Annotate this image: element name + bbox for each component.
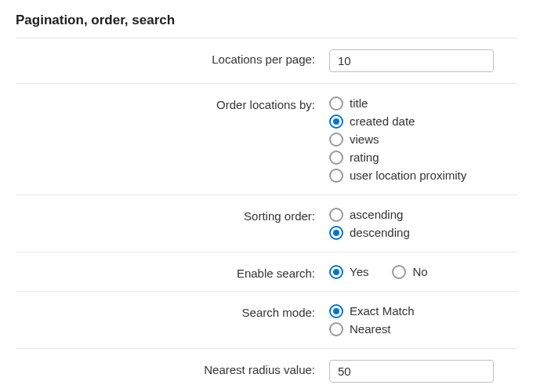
field-locations-per-page: Locations per page: [16, 38, 517, 83]
order-by-rating[interactable]: rating [329, 149, 517, 165]
search-mode-label: Search mode: [16, 303, 329, 319]
sorting-descending[interactable]: descending [329, 224, 517, 241]
radio-icon [329, 322, 343, 336]
locations-per-page-input[interactable] [329, 49, 494, 72]
order-by-created-date[interactable]: created date [329, 113, 517, 129]
radio-label: descending [350, 224, 410, 241]
radio-icon [329, 169, 343, 183]
sorting-order-label: Sorting order: [16, 206, 329, 223]
radio-icon [329, 132, 343, 147]
search-mode-exact[interactable]: Exact Match [329, 303, 517, 319]
radio-label: user location proximity [350, 167, 466, 183]
field-sorting-order: Sorting order: ascending descending [16, 195, 517, 252]
order-by-views[interactable]: views [329, 131, 517, 147]
enable-search-label: Enable search: [16, 263, 329, 280]
radio-label: Yes [350, 263, 368, 280]
sorting-ascending[interactable]: ascending [329, 206, 517, 223]
radio-label: Exact Match [350, 303, 415, 319]
order-by-title[interactable]: title [329, 95, 517, 111]
sorting-order-radio-group: ascending descending [329, 206, 517, 241]
radio-icon [329, 226, 343, 240]
section-title: Pagination, order, search [16, 8, 517, 38]
radio-icon [329, 96, 343, 111]
radio-label: Nearest [350, 321, 391, 337]
field-order-by: Order locations by: title created date v… [16, 84, 517, 194]
search-mode-radio-group: Exact Match Nearest [329, 303, 517, 337]
radio-label: rating [350, 149, 379, 165]
nearest-radius-label: Nearest radius value: [16, 360, 329, 376]
search-mode-nearest[interactable]: Nearest [329, 321, 517, 337]
enable-search-radio-group: Yes No [329, 263, 517, 280]
radio-icon [329, 265, 343, 279]
radio-label: ascending [350, 206, 403, 223]
field-search-mode: Search mode: Exact Match Nearest [16, 292, 517, 348]
radio-label: views [350, 131, 379, 147]
order-by-label: Order locations by: [16, 95, 329, 111]
radio-icon [329, 151, 343, 165]
radio-icon [329, 114, 343, 129]
enable-search-yes[interactable]: Yes [329, 263, 368, 280]
field-enable-search: Enable search: Yes No [16, 252, 517, 291]
order-by-radio-group: title created date views rating user loc… [329, 95, 517, 183]
radio-label: No [412, 263, 427, 280]
nearest-radius-input[interactable] [329, 360, 494, 383]
locations-per-page-label: Locations per page: [16, 49, 329, 66]
radio-label: created date [350, 113, 415, 129]
radio-icon [392, 265, 406, 279]
order-by-proximity[interactable]: user location proximity [329, 167, 517, 183]
enable-search-no[interactable]: No [392, 263, 427, 280]
radio-icon [329, 208, 343, 222]
radio-icon [329, 304, 343, 318]
field-nearest-radius: Nearest radius value: [16, 349, 517, 392]
radio-label: title [350, 95, 368, 111]
